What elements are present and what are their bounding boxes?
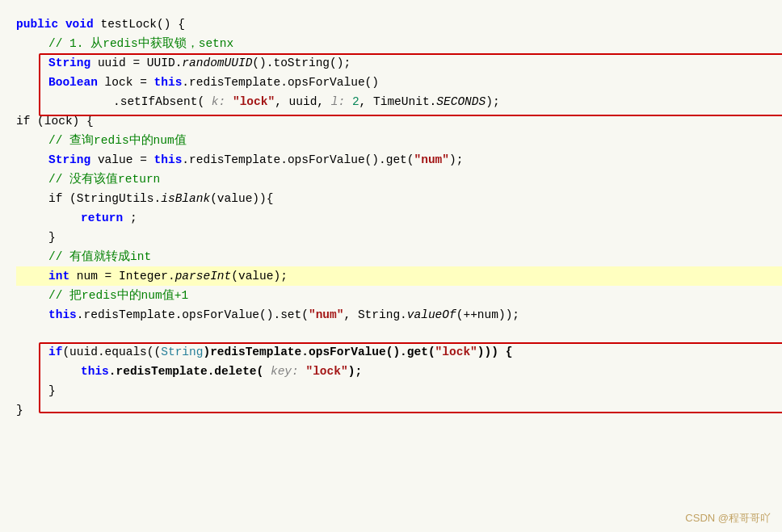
- line-5: .setIfAbsent( k: "lock", uuid, l: 2, Tim…: [16, 92, 782, 111]
- line-1: public void testLock() {: [16, 15, 782, 34]
- watermark: CSDN @程哥哥吖: [685, 511, 771, 526]
- line-9: // 没有该值return: [16, 170, 782, 189]
- line-13: // 有值就转成int: [16, 247, 782, 266]
- line-2: // 1. 从redis中获取锁，setnx: [16, 34, 782, 53]
- line-8: String value = this.redisTemplate.opsFor…: [16, 150, 782, 170]
- line-7: // 查询redis中的num值: [16, 131, 782, 150]
- line-12: }: [16, 228, 782, 247]
- line-3: String uuid = UUID.randomUUID().toString…: [16, 53, 782, 73]
- line-4: Boolean lock = this.redisTemplate.opsFor…: [16, 73, 782, 92]
- line-17: [16, 325, 782, 342]
- line-21: }: [16, 400, 782, 420]
- line-19: this.redisTemplate.delete( key: "lock");: [16, 362, 782, 381]
- code-container: public void testLock() { // 1. 从redis中获取…: [16, 6, 782, 532]
- line-10: if (StringUtils.isBlank(value)){: [16, 189, 782, 208]
- code-view: public void testLock() { // 1. 从redis中获取…: [0, 0, 782, 532]
- line-14: int num = Integer.parseInt(value);: [16, 266, 782, 286]
- line-20: }: [16, 381, 782, 400]
- line-15: // 把redis中的num值+1: [16, 286, 782, 305]
- line-11: return ;: [16, 208, 782, 228]
- line-18: if(uuid.equals((String)redisTemplate.ops…: [16, 342, 782, 362]
- line-6: if (lock) {: [16, 111, 782, 131]
- line-16: this.redisTemplate.opsForValue().set("nu…: [16, 305, 782, 325]
